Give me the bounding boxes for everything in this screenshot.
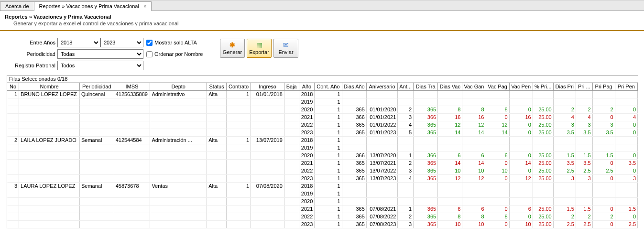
cell[interactable]: Alta bbox=[207, 90, 227, 98]
cell[interactable] bbox=[207, 144, 227, 152]
cell[interactable] bbox=[438, 190, 462, 197]
table-row[interactable]: 2020136501/01/20202365888025.002220 bbox=[7, 106, 638, 113]
cell[interactable] bbox=[486, 182, 509, 190]
cell[interactable]: 0 bbox=[615, 152, 637, 159]
cell[interactable]: 0 bbox=[509, 106, 533, 113]
cell[interactable]: 2022 bbox=[299, 167, 315, 174]
cell[interactable] bbox=[414, 190, 438, 197]
cell[interactable] bbox=[251, 190, 284, 197]
cell[interactable] bbox=[533, 197, 553, 205]
cell[interactable] bbox=[486, 136, 509, 144]
column-header[interactable]: Periodicidad bbox=[79, 83, 114, 90]
cell[interactable] bbox=[114, 205, 150, 213]
column-header[interactable]: Pri ... bbox=[576, 83, 592, 90]
table-row[interactable]: 2023136507/08/20233365101001025.002.52.5… bbox=[7, 220, 638, 228]
cell[interactable]: 412544584 bbox=[114, 136, 150, 144]
table-row[interactable]: 2LAILA LOPEZ JURADOSemanal412544584Admin… bbox=[7, 136, 638, 144]
cell[interactable] bbox=[414, 144, 438, 152]
cell[interactable]: 0 bbox=[592, 205, 615, 213]
cell[interactable]: 45873678 bbox=[114, 182, 150, 190]
year-to-select[interactable]: 2023 bbox=[100, 38, 143, 47]
cell[interactable] bbox=[19, 190, 80, 197]
table-row[interactable]: 2022136513/07/20223365101010025.002.52.5… bbox=[7, 167, 638, 174]
cell[interactable]: 2 bbox=[398, 106, 414, 113]
cell[interactable]: 366 bbox=[342, 113, 366, 121]
cell[interactable]: 13/07/2020 bbox=[366, 152, 398, 159]
cell[interactable] bbox=[509, 197, 533, 205]
cell[interactable]: 365 bbox=[342, 167, 366, 174]
cell[interactable] bbox=[553, 90, 576, 98]
cell[interactable] bbox=[150, 213, 207, 220]
cell[interactable]: 2.5 bbox=[592, 167, 615, 174]
cell[interactable]: 2.5 bbox=[615, 220, 637, 228]
cell[interactable]: 14 bbox=[486, 129, 509, 136]
cell[interactable] bbox=[79, 129, 114, 136]
cell[interactable]: 0 bbox=[592, 113, 615, 121]
cell[interactable]: 365 bbox=[342, 159, 366, 167]
cell[interactable] bbox=[251, 113, 284, 121]
cell[interactable] bbox=[486, 98, 509, 106]
cell[interactable] bbox=[553, 98, 576, 106]
cell[interactable] bbox=[114, 197, 150, 205]
cell[interactable]: 6 bbox=[486, 152, 509, 159]
cell[interactable]: Quincenal bbox=[79, 90, 114, 98]
cell[interactable]: 2023 bbox=[299, 174, 315, 182]
cell[interactable] bbox=[592, 144, 615, 152]
cell[interactable]: 1 bbox=[7, 90, 19, 98]
cell[interactable] bbox=[114, 129, 150, 136]
cell[interactable]: 3.5 bbox=[576, 159, 592, 167]
cell[interactable]: 25.00 bbox=[533, 174, 553, 182]
cell[interactable]: 3.5 bbox=[553, 159, 576, 167]
cell[interactable] bbox=[114, 152, 150, 159]
cell[interactable] bbox=[251, 106, 284, 113]
cell[interactable]: BRUNO LOPEZ LOPEZ bbox=[19, 90, 80, 98]
cell[interactable]: 4 bbox=[576, 113, 592, 121]
cell[interactable] bbox=[342, 98, 366, 106]
cell[interactable] bbox=[398, 144, 414, 152]
cell[interactable] bbox=[251, 213, 284, 220]
cell[interactable] bbox=[592, 90, 615, 98]
cell[interactable] bbox=[114, 106, 150, 113]
cell[interactable]: 4 bbox=[615, 113, 637, 121]
cell[interactable] bbox=[533, 98, 553, 106]
cell[interactable]: 14 bbox=[438, 159, 462, 167]
cell[interactable] bbox=[207, 205, 227, 213]
cell[interactable]: 365 bbox=[342, 220, 366, 228]
cell[interactable]: 3.5 bbox=[576, 129, 592, 136]
cell[interactable] bbox=[19, 129, 80, 136]
cell[interactable] bbox=[150, 152, 207, 159]
cell[interactable] bbox=[207, 220, 227, 228]
cell[interactable] bbox=[227, 205, 251, 213]
tab-reportes-vacaciones[interactable]: Reportes » Vacaciones y Prima Vacacional… bbox=[34, 1, 152, 11]
column-header[interactable]: Vac Pen bbox=[509, 83, 533, 90]
cell[interactable]: 365 bbox=[414, 174, 438, 182]
cell[interactable]: 2.5 bbox=[553, 220, 576, 228]
cell[interactable]: 01/01/2018 bbox=[251, 90, 284, 98]
cell[interactable] bbox=[615, 90, 637, 98]
cell[interactable] bbox=[7, 197, 19, 205]
cell[interactable] bbox=[615, 144, 637, 152]
cell[interactable] bbox=[592, 182, 615, 190]
cell[interactable]: 365 bbox=[414, 106, 438, 113]
cell[interactable]: 2 bbox=[592, 213, 615, 220]
cell[interactable]: 6 bbox=[462, 152, 486, 159]
cell[interactable]: 2019 bbox=[299, 144, 315, 152]
cell[interactable] bbox=[150, 197, 207, 205]
cell[interactable]: 2020 bbox=[299, 106, 315, 113]
cell[interactable]: 0 bbox=[486, 205, 509, 213]
cell[interactable]: 2021 bbox=[299, 113, 315, 121]
cell[interactable] bbox=[342, 190, 366, 197]
cell[interactable] bbox=[284, 213, 299, 220]
cell[interactable] bbox=[342, 136, 366, 144]
cell[interactable]: 2 bbox=[7, 136, 19, 144]
cell[interactable] bbox=[509, 190, 533, 197]
cell[interactable] bbox=[615, 136, 637, 144]
cell[interactable]: 1 bbox=[315, 159, 342, 167]
cell[interactable] bbox=[79, 159, 114, 167]
cell[interactable]: 0 bbox=[486, 220, 509, 228]
cell[interactable]: 12 bbox=[438, 121, 462, 129]
table-row[interactable]: 20191 bbox=[7, 144, 638, 152]
cell[interactable]: 6 bbox=[462, 205, 486, 213]
cell[interactable]: 1 bbox=[315, 144, 342, 152]
cell[interactable] bbox=[486, 190, 509, 197]
